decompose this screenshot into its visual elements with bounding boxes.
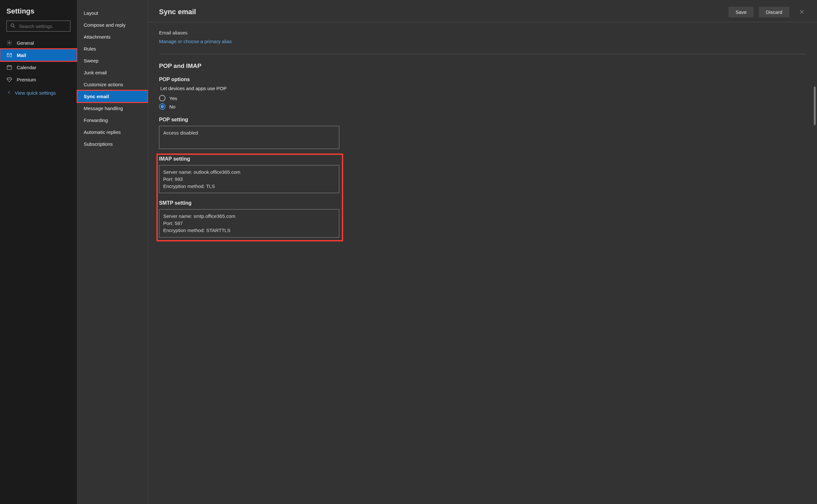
pop-setting-box: Access disabled xyxy=(159,126,339,149)
svg-rect-3 xyxy=(7,53,12,57)
smtp-setting-box: Server name: smtp.office365.com Port: 58… xyxy=(159,209,339,237)
radio-yes-label: Yes xyxy=(169,96,177,101)
subnav-item-rules[interactable]: Rules xyxy=(77,43,148,55)
sidebar-item-label: Calendar xyxy=(17,65,36,70)
subnav-item-subscriptions[interactable]: Subscriptions xyxy=(77,138,148,150)
smtp-setting-label: SMTP setting xyxy=(159,200,339,206)
sidebar-item-calendar[interactable]: Calendar xyxy=(0,61,77,73)
view-quick-settings-link[interactable]: View quick settings xyxy=(0,86,77,100)
subnav-item-layout[interactable]: Layout xyxy=(77,7,148,19)
radio-indicator xyxy=(159,95,165,101)
page-heading: Sync email xyxy=(159,8,723,16)
settings-title: Settings xyxy=(0,5,77,21)
sidebar-item-label: Premium xyxy=(17,77,36,82)
pop-toggle-label: Let devices and apps use POP xyxy=(160,86,806,91)
sidebar-item-label: General xyxy=(17,40,34,46)
pop-radio-yes[interactable]: Yes xyxy=(159,95,806,101)
sidebar-item-mail[interactable]: Mail xyxy=(0,49,77,61)
discard-button[interactable]: Discard xyxy=(759,7,789,17)
subnav-item-auto-replies[interactable]: Automatic replies xyxy=(77,126,148,138)
save-button[interactable]: Save xyxy=(728,7,754,17)
svg-line-1 xyxy=(14,26,15,27)
subnav-item-message-handling[interactable]: Message handling xyxy=(77,102,148,114)
settings-sidebar: Settings GeneralMailCalendarPremium View… xyxy=(0,0,77,504)
search-input[interactable] xyxy=(19,23,80,29)
content-scroll[interactable]: Email aliases Manage or choose a primary… xyxy=(148,22,817,504)
imap-setting-box: Server name: outlook.office365.com Port:… xyxy=(159,165,339,193)
scrollbar-thumb[interactable] xyxy=(814,87,816,125)
radio-no-label: No xyxy=(169,104,175,109)
pop-setting-label: POP setting xyxy=(159,117,806,123)
pop-options-label: POP options xyxy=(159,77,806,82)
main-panel: Sync email Save Discard Email aliases Ma… xyxy=(148,0,817,504)
sidebar-item-label: Mail xyxy=(17,52,26,58)
diamond-icon xyxy=(6,77,12,82)
close-button[interactable] xyxy=(796,6,807,17)
svg-rect-4 xyxy=(7,66,12,70)
quick-settings-label: View quick settings xyxy=(15,90,56,96)
main-header: Sync email Save Discard xyxy=(148,0,817,22)
svg-marker-8 xyxy=(7,78,12,82)
search-box[interactable] xyxy=(6,21,70,32)
subnav-item-compose[interactable]: Compose and reply xyxy=(77,19,148,31)
mail-settings-subnav: LayoutCompose and replyAttachmentsRulesS… xyxy=(77,0,148,504)
sidebar-item-premium[interactable]: Premium xyxy=(0,73,77,86)
manage-alias-link[interactable]: Manage or choose a primary alias xyxy=(159,39,806,44)
subnav-item-forwarding[interactable]: Forwarding xyxy=(77,114,148,126)
chevron-left-icon xyxy=(6,89,12,96)
subnav-item-attachments[interactable]: Attachments xyxy=(77,31,148,43)
sidebar-item-general[interactable]: General xyxy=(0,37,77,49)
pop-radio-no[interactable]: No xyxy=(159,103,806,110)
radio-indicator xyxy=(159,103,165,110)
mail-icon xyxy=(6,52,12,58)
subnav-item-junk[interactable]: Junk email xyxy=(77,67,148,79)
gear-icon xyxy=(6,40,12,46)
imap-setting-label: IMAP setting xyxy=(159,156,339,162)
subnav-item-sync[interactable]: Sync email xyxy=(77,90,148,102)
email-aliases-label: Email aliases xyxy=(159,30,806,35)
svg-point-0 xyxy=(11,24,14,27)
search-icon xyxy=(10,23,16,30)
divider xyxy=(159,54,806,54)
subnav-item-sweep[interactable]: Sweep xyxy=(77,55,148,67)
subnav-item-customize[interactable]: Customize actions xyxy=(77,79,148,90)
svg-point-2 xyxy=(9,42,10,44)
calendar-icon xyxy=(6,64,12,70)
pop-imap-heading: POP and IMAP xyxy=(159,62,806,70)
